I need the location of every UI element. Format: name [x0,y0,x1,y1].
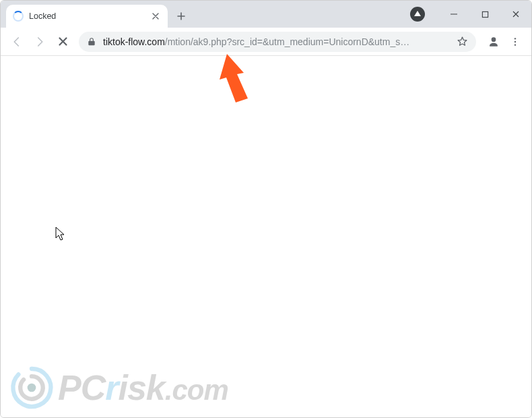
kebab-menu-button[interactable] [504,31,526,53]
svg-rect-0 [482,11,488,17]
loading-spinner-icon [13,11,24,22]
svg-point-3 [514,44,516,45]
minimize-button[interactable] [438,1,469,28]
svg-point-1 [514,38,516,39]
bookmark-star-icon[interactable] [457,36,468,47]
url-text: tiktok-flow.com/mtion/ak9.php?src_id=&ut… [103,32,450,52]
browser-tab[interactable]: Locked [6,5,168,28]
toolbar: tiktok-flow.com/mtion/ak9.php?src_id=&ut… [1,28,531,56]
update-badge-icon[interactable] [410,7,425,22]
back-button[interactable] [6,31,28,53]
tab-title: Locked [29,11,145,21]
url-domain: tiktok-flow.com [103,36,165,47]
svg-point-2 [514,40,516,42]
new-tab-button[interactable] [172,7,191,26]
url-path: /mtion/ak9.php?src_id=&utm_medium=Unicor… [165,36,409,47]
browser-window: Locked [0,0,532,418]
tab-strip: Locked [1,1,531,28]
address-bar[interactable]: tiktok-flow.com/mtion/ak9.php?src_id=&ut… [79,32,476,52]
maximize-button[interactable] [469,1,500,28]
tab-close-button[interactable] [150,11,161,22]
stop-reload-button[interactable] [52,31,73,53]
lock-icon [87,37,96,47]
window-controls [410,1,531,28]
forward-button[interactable] [29,31,51,53]
profile-button[interactable] [484,32,503,51]
page-content [1,56,531,417]
window-close-button[interactable] [500,1,531,28]
